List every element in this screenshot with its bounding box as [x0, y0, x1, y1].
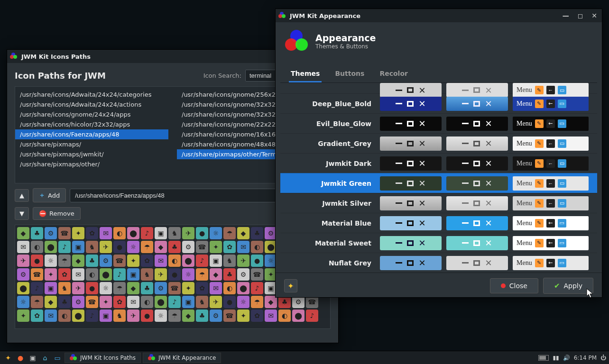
app-icon[interactable]: ☂: [196, 268, 208, 281]
tab-buttons[interactable]: Buttons: [333, 66, 366, 82]
app-icon[interactable]: ⬤: [292, 309, 304, 322]
app-icon[interactable]: ♞: [113, 309, 126, 322]
app-icon[interactable]: ♪: [306, 309, 318, 322]
battery-icon[interactable]: [538, 355, 549, 361]
path-item[interactable]: /usr/share/pixmaps/: [15, 139, 168, 149]
path-input[interactable]: [70, 189, 281, 202]
app-icon[interactable]: ✦: [127, 255, 139, 267]
app-icon[interactable]: ☂: [31, 296, 43, 308]
theme-row[interactable]: Material Sweet ✕ ✕ Menu ✎ ← ▭: [280, 233, 597, 253]
close-button[interactable]: Close: [490, 278, 538, 293]
app-icon[interactable]: ⚙: [182, 241, 194, 253]
app-icon[interactable]: ♣: [31, 227, 43, 239]
app-icon[interactable]: ◐: [86, 268, 98, 281]
app-icon[interactable]: ☂: [168, 309, 181, 322]
path-item[interactable]: /usr/share/pixmaps/other/: [15, 159, 168, 169]
app-icon[interactable]: ⬤: [237, 282, 249, 294]
app-icon[interactable]: ◆: [17, 227, 29, 239]
app-icon[interactable]: ◆: [155, 241, 167, 253]
app-icon[interactable]: ✈: [127, 309, 139, 322]
app-icon[interactable]: ✦: [237, 309, 249, 322]
app-icon[interactable]: ✿: [141, 255, 153, 267]
app-icon[interactable]: ♣: [168, 241, 181, 253]
app-icon[interactable]: ♞: [58, 282, 71, 294]
app-icon[interactable]: ☎: [58, 227, 71, 239]
firefox-icon[interactable]: ●: [15, 353, 26, 363]
app-icon[interactable]: ⬤: [155, 296, 167, 308]
theme-list[interactable]: ✕ ✕ Menu ✎ ← ▭Deep_Blue_Bold ✕ ✕ Menu ✎ …: [280, 83, 597, 273]
app-icon[interactable]: ☼: [100, 282, 112, 294]
minimize-button[interactable]: —: [561, 12, 571, 19]
app-icon[interactable]: ☎: [168, 282, 181, 294]
app-icon[interactable]: ●: [168, 268, 181, 281]
app-icon[interactable]: ▣: [210, 255, 222, 267]
move-up-button[interactable]: ▲: [15, 189, 29, 202]
theme-row[interactable]: Deep_Blue_Bold ✕ ✕ Menu ✎ ← ▭: [280, 93, 597, 113]
app-icon[interactable]: ✉: [127, 296, 139, 308]
app-icon[interactable]: ☼: [17, 296, 29, 308]
taskbar[interactable]: ✦ ● ▣ ⌂ ▭ JWM Kit Icons Paths JWM Kit Ap…: [0, 351, 609, 364]
app-icon[interactable]: ♪: [31, 282, 43, 294]
app-icon[interactable]: ☂: [251, 296, 263, 308]
app-icon[interactable]: ✉: [155, 255, 167, 267]
app-icon[interactable]: ⚙: [45, 227, 57, 239]
tab-themes[interactable]: Themes: [289, 66, 322, 82]
app-icon[interactable]: ✉: [17, 241, 29, 253]
app-icon[interactable]: ⬤: [100, 268, 112, 281]
app-icon[interactable]: ♣: [141, 282, 153, 294]
taskbar-task[interactable]: JWM Kit Appearance: [143, 353, 221, 363]
left-path-list[interactable]: /usr/share/icons/Adwaita/24x24/categorie…: [15, 90, 168, 180]
app-icon[interactable]: ✉: [100, 227, 112, 239]
app-icon[interactable]: ✈: [17, 255, 29, 267]
add-button[interactable]: ＋Add: [33, 188, 66, 202]
app-icon[interactable]: ☎: [223, 309, 236, 322]
app-icon[interactable]: ☂: [141, 241, 153, 253]
app-icon[interactable]: ◐: [113, 227, 126, 239]
theme-row[interactable]: Evil_Blue_Glow ✕ ✕ Menu ✎ ← ▭: [280, 113, 597, 133]
app-icon[interactable]: ✉: [45, 309, 57, 322]
app-icon[interactable]: ▣: [182, 296, 194, 308]
path-item[interactable]: /usr/share/icons/Adwaita/24x24/categorie…: [15, 90, 168, 100]
app-icon[interactable]: ⚙: [17, 268, 29, 281]
app-icon[interactable]: ✿: [31, 309, 43, 322]
theme-row[interactable]: Nuflat Grey ✕ ✕ Menu ✎ ← ▭: [280, 253, 597, 273]
app-icon[interactable]: ♞: [141, 268, 153, 281]
app-icon[interactable]: ✈: [210, 296, 222, 308]
apply-button[interactable]: ✔Apply: [543, 278, 593, 294]
app-icon[interactable]: ◆: [210, 268, 222, 281]
app-icon[interactable]: ▣: [72, 241, 84, 253]
app-icon[interactable]: ☼: [237, 296, 249, 308]
path-item[interactable]: /usr/share/icons/hicolor/32x32/apps: [15, 119, 168, 129]
app-icon[interactable]: ✉: [72, 268, 84, 281]
app-icon[interactable]: ◐: [141, 296, 153, 308]
app-icon[interactable]: ♣: [58, 296, 71, 308]
taskbar-task[interactable]: JWM Kit Icons Paths: [65, 353, 141, 363]
app-icon[interactable]: ◆: [237, 227, 249, 239]
home-icon[interactable]: ⌂: [40, 353, 50, 363]
path-item[interactable]: /usr/share/icons/Adwaita/24x24/actions: [15, 100, 168, 109]
app-icon[interactable]: ✦: [210, 241, 222, 253]
path-item[interactable]: /usr/share/icons/gnome/24x24/apps: [15, 109, 168, 119]
app-icon[interactable]: ✈: [182, 227, 194, 239]
app-icon[interactable]: ●: [223, 296, 236, 308]
app-icon[interactable]: ♣: [251, 227, 263, 239]
favorite-button[interactable]: ✦: [284, 279, 297, 292]
app-icon[interactable]: ⚙: [155, 282, 167, 294]
app-icon[interactable]: ✿: [113, 296, 126, 308]
app-icon[interactable]: ♣: [223, 268, 236, 281]
app-icon[interactable]: ✿: [58, 268, 71, 281]
app-icon[interactable]: ♪: [251, 282, 263, 294]
terminal-icon[interactable]: ▣: [28, 353, 38, 363]
path-item[interactable]: /usr/share/pixmaps/jwmkit/: [15, 149, 168, 159]
app-icon[interactable]: ◐: [278, 309, 291, 322]
app-icon[interactable]: ♞: [168, 227, 181, 239]
app-icon[interactable]: ☎: [251, 268, 263, 281]
app-icon[interactable]: ⬤: [127, 227, 139, 239]
theme-row[interactable]: Material Blue ✕ ✕ Menu ✎ ← ▭: [280, 213, 597, 233]
start-menu-icon[interactable]: ✦: [3, 353, 13, 363]
app-icon[interactable]: ◆: [45, 296, 57, 308]
theme-row[interactable]: ✕ ✕ Menu ✎ ← ▭: [280, 83, 597, 93]
app-icon[interactable]: ♪: [168, 296, 181, 308]
app-icon[interactable]: ✿: [196, 282, 208, 294]
app-icon[interactable]: ●: [31, 255, 43, 267]
